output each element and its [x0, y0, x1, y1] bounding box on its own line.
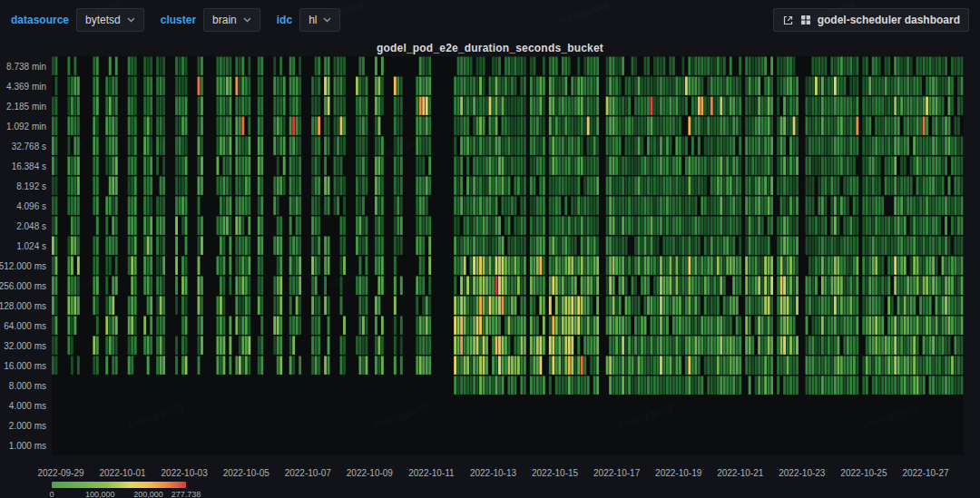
x-axis-label: 2022-10-13: [470, 468, 516, 478]
x-axis-label: 2022-10-23: [779, 468, 825, 478]
variable-group-datasource: datasource bytetsd: [11, 8, 144, 32]
y-axis-label: 4.096 s: [16, 201, 46, 211]
cluster-label: cluster: [161, 14, 196, 26]
y-axis-label: 1.092 min: [6, 122, 46, 132]
variable-group-idc: idc hl: [277, 8, 341, 32]
chevron-down-icon: [323, 17, 331, 23]
idc-value: hl: [309, 14, 317, 26]
y-axis-label: 1.000 ms: [9, 441, 46, 451]
y-axis-label: 512.000 ms: [0, 261, 46, 271]
x-axis-label: 2022-10-05: [223, 468, 270, 478]
x-axis-label: 2022-09-29: [37, 468, 83, 478]
chevron-down-icon: [243, 17, 251, 23]
y-axis-label: 64.000 ms: [4, 321, 46, 331]
y-axis-label: 4.369 min: [6, 82, 46, 92]
cluster-dropdown[interactable]: brain: [203, 8, 260, 32]
y-axis-label: 32.000 ms: [4, 341, 46, 351]
x-axis-label: 2022-10-01: [99, 468, 145, 478]
topbar-right: godel-scheduler dashboard: [773, 8, 969, 32]
dashboard-link-label: godel-scheduler dashboard: [818, 14, 960, 26]
datasource-dropdown[interactable]: bytetsd: [76, 8, 144, 32]
variable-group-cluster: cluster brain: [161, 8, 260, 32]
dashboard-grid-icon: [800, 15, 811, 25]
legend-tick-label: 200,000: [133, 490, 163, 498]
legend-tick-label: 100,000: [85, 490, 115, 498]
legend-gradient-bar: [52, 482, 186, 488]
cluster-value: brain: [212, 14, 237, 26]
x-axis-label: 2022-10-07: [285, 468, 331, 478]
y-axis-label: 16.000 ms: [4, 361, 46, 371]
y-axis-label: 128.000 ms: [0, 301, 46, 311]
x-axis-label: 2022-10-27: [902, 468, 948, 478]
x-axis-label: 2022-10-19: [655, 468, 701, 478]
legend-tick-label: 277.738: [172, 490, 201, 498]
heatmap-canvas[interactable]: [52, 56, 964, 455]
x-axis-label: 2022-10-25: [840, 468, 887, 478]
idc-dropdown[interactable]: hl: [299, 8, 340, 32]
y-axis-label: 2.185 min: [6, 102, 46, 112]
external-link-icon: [782, 15, 794, 26]
y-axis-label: 2.048 s: [16, 221, 46, 231]
y-axis-label: 8.738 min: [6, 62, 46, 72]
x-axis-label: 2022-10-03: [162, 468, 208, 478]
datasource-label: datasource: [11, 14, 69, 26]
y-axis-label: 1.024 s: [16, 241, 46, 251]
dashboard-link[interactable]: godel-scheduler dashboard: [773, 8, 969, 32]
chevron-down-icon: [127, 17, 135, 23]
x-axis-label: 2022-10-21: [717, 468, 763, 478]
y-axis-label: 4.000 ms: [9, 401, 46, 411]
x-axis-label: 2022-10-17: [593, 468, 640, 478]
y-axis-label: 16.384 s: [12, 161, 46, 171]
idc-label: idc: [277, 14, 292, 26]
y-axis-label: 256.000 ms: [0, 281, 46, 291]
dashboard-topbar: datasource bytetsd cluster brain idc hl: [0, 0, 980, 40]
datasource-value: bytetsd: [85, 14, 121, 26]
grafana-dashboard: datasource bytetsd cluster brain idc hl: [0, 0, 980, 498]
x-axis: 2022-09-292022-10-012022-10-032022-10-05…: [52, 468, 964, 479]
y-axis-label: 2.000 ms: [9, 421, 46, 431]
y-axis: 8.738 min4.369 min2.185 min1.092 min32.7…: [0, 56, 49, 455]
panel-title[interactable]: godel_pod_e2e_duration_seconds_bucket: [0, 42, 980, 54]
color-legend: 0100,000200,000277.738: [52, 482, 288, 498]
x-axis-label: 2022-10-11: [408, 468, 454, 478]
legend-tick-label: 0: [49, 490, 54, 498]
y-axis-label: 8.000 ms: [9, 381, 46, 391]
y-axis-label: 32.768 s: [12, 142, 46, 151]
x-axis-label: 2022-10-09: [347, 468, 393, 478]
x-axis-label: 2022-10-15: [532, 468, 578, 478]
y-axis-label: 8.192 s: [16, 181, 46, 191]
